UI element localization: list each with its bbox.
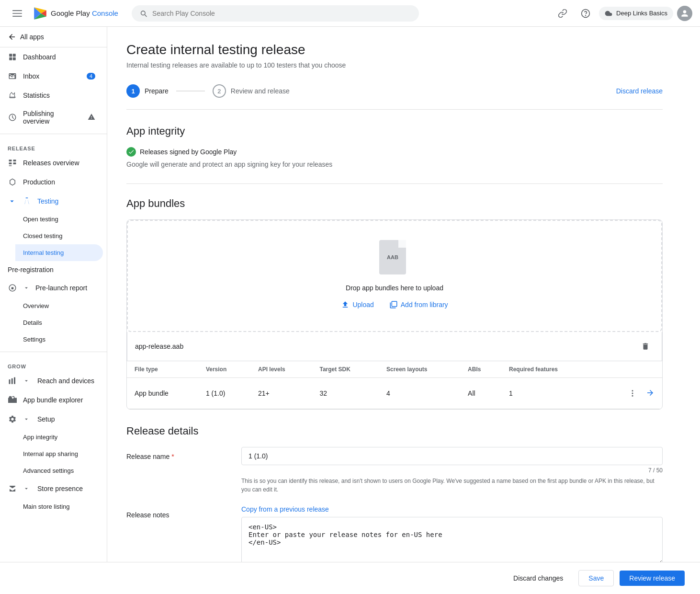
svg-rect-20 <box>9 379 11 384</box>
sidebar-item-open-testing[interactable]: Open testing <box>15 211 103 228</box>
required-mark: * <box>169 453 174 460</box>
sidebar-item-details[interactable]: Details <box>15 314 103 331</box>
file-name: app-release.aab <box>135 343 637 350</box>
reach-devices-label: Reach and devices <box>37 377 94 385</box>
sidebar-item-app-integrity[interactable]: App integrity <box>15 429 103 446</box>
row-arrow-button[interactable] <box>646 388 655 399</box>
copy-from-release-link[interactable]: Copy from a previous release <box>241 505 329 513</box>
review-release-button[interactable]: Review release <box>620 571 685 586</box>
page-title: Create internal testing release <box>126 42 663 57</box>
cell-api-levels: 21+ <box>250 378 312 409</box>
production-label: Production <box>23 178 55 186</box>
store-expand-icon <box>23 485 30 492</box>
svg-rect-2 <box>12 16 22 17</box>
sidebar-item-testing[interactable]: Testing <box>0 192 103 211</box>
sidebar-item-publishing-overview[interactable]: Publishing overview <box>0 105 103 130</box>
advanced-settings-label: Advanced settings <box>23 467 74 474</box>
sidebar-item-internal-testing[interactable]: Internal testing <box>15 244 103 261</box>
integrity-signed-text: Releases signed by Google Play <box>140 148 237 156</box>
back-to-all-apps[interactable]: All apps <box>0 27 107 47</box>
row-actions <box>602 384 655 403</box>
releases-overview-label: Releases overview <box>23 159 79 167</box>
sidebar-item-store-presence[interactable]: Store presence <box>0 479 103 498</box>
sidebar-item-pre-launch-report[interactable]: Pre-launch report <box>0 278 103 297</box>
discard-changes-button[interactable]: Discard changes <box>504 571 573 586</box>
sidebar-item-production[interactable]: Production <box>0 172 103 192</box>
link-icon <box>558 9 567 18</box>
statistics-label: Statistics <box>23 91 50 99</box>
sidebar-item-reach-devices[interactable]: Reach and devices <box>0 371 103 390</box>
sidebar-item-setup[interactable]: Setup <box>0 410 103 429</box>
save-button[interactable]: Save <box>578 570 614 586</box>
step-connector <box>176 91 205 91</box>
col-required-features: Required features <box>501 361 594 378</box>
sidebar-item-settings-sub[interactable]: Settings <box>15 331 103 348</box>
svg-rect-18 <box>13 162 16 164</box>
discard-release-link[interactable]: Discard release <box>616 87 663 95</box>
pre-registration-label: Pre-registration <box>8 266 54 274</box>
sidebar-item-app-bundle-explorer[interactable]: App bundle explorer <box>0 390 103 410</box>
release-name-input[interactable] <box>241 447 663 465</box>
row-more-button[interactable] <box>623 384 642 403</box>
upload-button[interactable]: Upload <box>337 297 377 312</box>
drop-zone[interactable]: AAB Drop app bundles here to upload Uplo… <box>127 220 662 332</box>
svg-point-25 <box>632 395 633 397</box>
sidebar-item-statistics[interactable]: Statistics <box>0 86 103 105</box>
setup-expand-icon <box>23 416 30 423</box>
drop-actions: Upload Add from library <box>337 297 452 312</box>
svg-rect-0 <box>12 10 22 11</box>
reach-expand-icon <box>23 377 30 384</box>
sidebar-item-dashboard[interactable]: Dashboard <box>0 47 103 67</box>
divider-2 <box>0 352 107 352</box>
svg-rect-11 <box>9 57 12 60</box>
sidebar-item-internal-app-sharing[interactable]: Internal app sharing <box>15 446 103 462</box>
sidebar-item-inbox[interactable]: Inbox 4 <box>0 67 103 86</box>
col-version: Version <box>198 361 250 378</box>
reach-icon <box>8 376 17 386</box>
search-input[interactable] <box>152 10 411 17</box>
app-name-text: Deep Links Basics <box>616 10 667 17</box>
release-section-title: Release <box>0 138 107 153</box>
testing-label: Testing <box>37 197 58 205</box>
setup-label: Setup <box>37 415 55 423</box>
publishing-alert-icon <box>88 113 95 122</box>
more-vert-icon <box>628 389 637 398</box>
svg-rect-9 <box>9 54 12 57</box>
sidebar-item-advanced-settings[interactable]: Advanced settings <box>15 462 103 479</box>
aab-file-visual: AAB <box>379 240 406 274</box>
delete-file-button[interactable] <box>637 338 654 355</box>
internal-testing-label: Internal testing <box>23 249 64 256</box>
cell-abis: All <box>460 378 501 409</box>
inbox-badge: 4 <box>87 73 95 80</box>
app-integrity-title: App integrity <box>126 125 663 137</box>
link-icon-button[interactable] <box>553 4 572 23</box>
release-notes-textarea[interactable]: <en-US> Enter or paste your release note… <box>241 517 663 562</box>
sidebar-item-closed-testing[interactable]: Closed testing <box>15 228 103 244</box>
sidebar-item-overview[interactable]: Overview <box>15 297 103 314</box>
svg-rect-12 <box>13 57 16 60</box>
cell-required-features: 1 <box>501 378 594 409</box>
testing-subnav: Open testing Closed testing Internal tes… <box>0 211 107 261</box>
svg-rect-16 <box>13 160 16 161</box>
open-testing-label: Open testing <box>23 216 58 223</box>
release-notes-label: Release notes <box>126 505 222 519</box>
add-from-library-button[interactable]: Add from library <box>385 297 452 312</box>
sidebar-item-releases-overview[interactable]: Releases overview <box>0 153 103 172</box>
step-2: 2 Review and release <box>213 84 290 98</box>
sidebar-item-main-store-listing[interactable]: Main store listing <box>15 498 103 515</box>
user-avatar[interactable] <box>677 6 692 21</box>
app-name-chip[interactable]: Deep Links Basics <box>599 7 673 20</box>
svg-rect-13 <box>9 97 16 98</box>
page-subtitle: Internal testing releases are available … <box>126 61 663 69</box>
main-store-listing-label: Main store listing <box>23 503 70 510</box>
setup-subnav: App integrity Internal app sharing Advan… <box>0 429 107 479</box>
testing-expand-icon <box>8 197 16 206</box>
bundle-explorer-label: App bundle explorer <box>23 396 83 404</box>
publishing-overview-label: Publishing overview <box>23 110 82 125</box>
sidebar-item-pre-registration[interactable]: Pre-registration <box>0 261 103 278</box>
help-icon-button[interactable] <box>576 4 595 23</box>
release-name-row: Release name * 7 / 50 This is so you can… <box>126 447 663 494</box>
logo: Google Play Console <box>33 6 118 21</box>
menu-icon[interactable] <box>8 4 27 23</box>
dashboard-label: Dashboard <box>23 53 56 61</box>
